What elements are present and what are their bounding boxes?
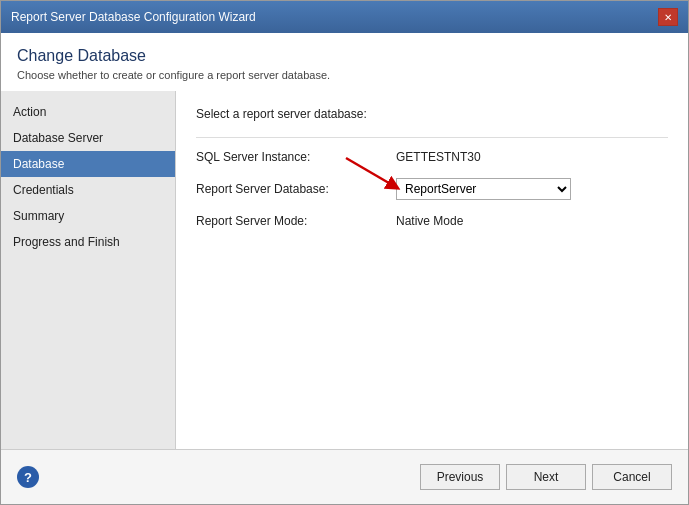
content-area: Change Database Choose whether to create… (1, 33, 688, 449)
cancel-button[interactable]: Cancel (592, 464, 672, 490)
page-subtitle: Choose whether to create or configure a … (17, 69, 672, 81)
title-bar: Report Server Database Configuration Wiz… (1, 1, 688, 33)
sidebar: Action Database Server Database Credenti… (1, 91, 176, 449)
sql-server-instance-value: GETTESTNT30 (396, 150, 481, 164)
svg-line-1 (346, 158, 394, 186)
select-database-label: Select a report server database: (196, 107, 668, 121)
report-server-mode-row: Report Server Mode: Native Mode (196, 214, 668, 228)
main-content: Action Database Server Database Credenti… (1, 91, 688, 449)
report-server-db-row: Report Server Database: ReportServer (196, 178, 668, 200)
sidebar-item-database[interactable]: Database (1, 151, 175, 177)
right-panel: Select a report server database: SQL Ser… (176, 91, 688, 449)
report-server-mode-value: Native Mode (396, 214, 463, 228)
report-server-mode-label: Report Server Mode: (196, 214, 396, 228)
window-title: Report Server Database Configuration Wiz… (11, 10, 256, 24)
previous-button[interactable]: Previous (420, 464, 500, 490)
sidebar-item-progress[interactable]: Progress and Finish (1, 229, 175, 255)
arrow-indicator-svg (336, 148, 406, 198)
footer: ? Previous Next Cancel (1, 449, 688, 504)
header-section: Change Database Choose whether to create… (1, 33, 688, 91)
sidebar-item-database-server[interactable]: Database Server (1, 125, 175, 151)
main-window: Report Server Database Configuration Wiz… (0, 0, 689, 505)
help-button[interactable]: ? (17, 466, 39, 488)
sidebar-item-action[interactable]: Action (1, 99, 175, 125)
sidebar-item-credentials[interactable]: Credentials (1, 177, 175, 203)
title-bar-controls: ✕ (658, 8, 678, 26)
sidebar-item-summary[interactable]: Summary (1, 203, 175, 229)
close-button[interactable]: ✕ (658, 8, 678, 26)
divider (196, 137, 668, 138)
footer-left: ? (17, 466, 414, 488)
page-title: Change Database (17, 47, 672, 65)
next-button[interactable]: Next (506, 464, 586, 490)
report-server-db-wrapper: ReportServer (396, 178, 571, 200)
sql-server-instance-row: SQL Server Instance: GETTESTNT30 (196, 150, 668, 164)
report-server-db-select[interactable]: ReportServer (396, 178, 571, 200)
